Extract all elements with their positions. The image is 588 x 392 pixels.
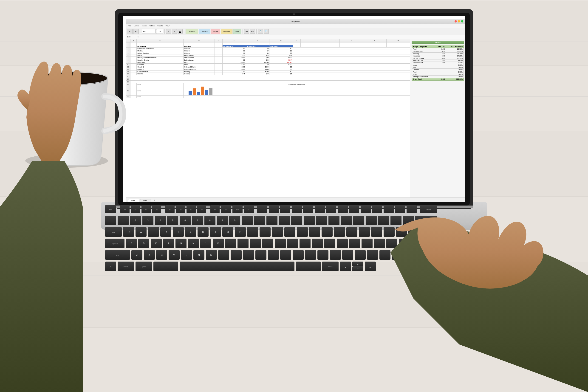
table-row: 5 School Supplies Children $0 $0 $0 <box>126 52 410 54</box>
table-row: 20none <box>126 96 410 98</box>
spreadsheet-grid[interactable]: A B C D E F G H I J K L M <box>126 39 410 198</box>
table-row: 9 Dining Out Food $1000 $1200 ($200) <box>126 61 410 64</box>
table-row: 10 Groceries Food $100 $0 $100 <box>126 64 410 66</box>
menu-insert[interactable]: Insert <box>142 25 146 27</box>
table-row: 12 Charity 2 Gifts and Charity $500 $500… <box>126 68 410 70</box>
titlebar: Template1 <box>126 19 465 24</box>
table-row: 7 Music (CDs,downloads,etc.) Entertainme… <box>126 57 410 59</box>
sheet-tab-1[interactable]: Sheet 1 <box>128 199 140 202</box>
menu-file[interactable]: File <box>128 25 131 27</box>
formula-bar: G25 fx <box>126 35 465 39</box>
table-row: 18 none Expense by month <box>126 83 410 86</box>
table-row: 3 Extracurricular activities Children $0… <box>126 48 410 50</box>
window-title: Template1 <box>290 20 300 22</box>
table-row: 15 <box>126 75 410 78</box>
table-row: 8 Sporting Events Entertainment $0 $40 (… <box>126 59 410 61</box>
cell-reference[interactable]: G25 <box>127 36 136 38</box>
table-row: 14 Electric Housing $45 $40 $5 <box>126 73 410 75</box>
excel-window: Template1 File Layout Insert Tables Char… <box>126 19 465 202</box>
sheet-tabs-bar: Sheet 1 Sheet 2 + <box>126 198 465 202</box>
table-row: 13 Cable/Satellite Housing $100 $100 $0 <box>126 70 410 73</box>
budget-summary-panel: Values Budget Categories Total Cost % of… <box>410 39 465 198</box>
table-row: 16 <box>126 78 410 80</box>
add-sheet-button[interactable]: + <box>152 199 157 202</box>
menubar: File Layout Insert Tables Charts View <box>126 24 465 28</box>
sheet-tab-2[interactable]: Sheet 2 <box>140 199 151 202</box>
table-row: 17 <box>126 80 410 83</box>
formula-input[interactable] <box>140 36 464 38</box>
menu-tables[interactable]: Tables <box>149 25 154 27</box>
budget-title: Values <box>412 41 464 44</box>
table-row: 1 <box>126 42 410 45</box>
toolbar: ◄ ► Arial 10 B I U Normal 2 Percent 2 Ne… <box>126 28 465 35</box>
menu-layout[interactable]: Layout <box>134 25 139 27</box>
table-row: 4 Medical Children $0 $0 $0 <box>126 50 410 52</box>
table-row: 6 Movies Entertainment $50 $28 $22 <box>126 54 410 57</box>
budget-table: Budget Categories Total Cost % of Estima… <box>412 45 464 80</box>
menu-view[interactable]: View <box>166 25 170 27</box>
table-row: 2 Description Category Project Cost Actu… <box>126 45 410 48</box>
table-row: 19 none <box>126 86 410 96</box>
table-row: 11 Charity 1 Gifts and Charity $300 $200… <box>126 66 410 68</box>
menu-charts[interactable]: Charts <box>157 25 163 27</box>
